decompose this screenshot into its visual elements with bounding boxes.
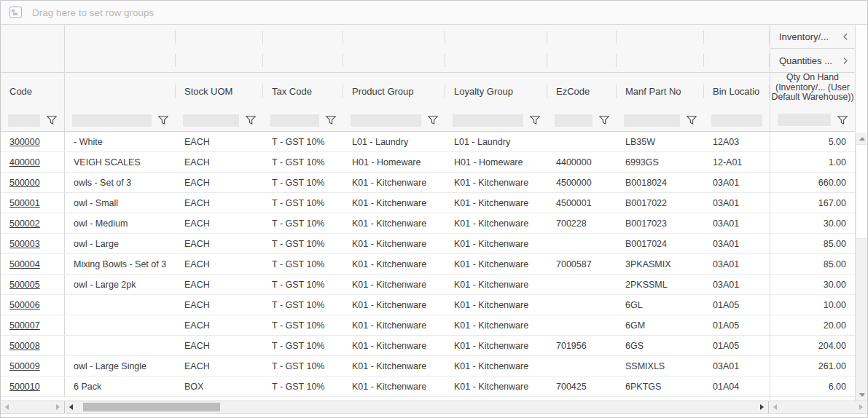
code-link[interactable]: 500009 xyxy=(9,361,40,371)
scroll-right-arrow[interactable] xyxy=(756,404,768,410)
cell-loyalty_group: K01 - Kitchenware xyxy=(445,336,547,355)
cell-tax_code: T - GST 10% xyxy=(263,376,343,396)
pinned-left-horizontal-scrollbar[interactable] xyxy=(1,401,65,413)
code-link[interactable]: 500004 xyxy=(9,259,40,269)
cell-stock_uom: EACH xyxy=(176,336,263,355)
code-link[interactable]: 500006 xyxy=(9,300,40,310)
cell-bin_location: 03A01 xyxy=(704,254,770,274)
cell-bin_location: 01A05 xyxy=(704,336,770,355)
cell-tax_code: T - GST 10% xyxy=(263,356,343,376)
cell-bin_location: 03A01 xyxy=(704,275,770,294)
group-header-inventory[interactable]: Inventory/... xyxy=(770,25,855,49)
filter-input-bin_location[interactable] xyxy=(711,114,762,127)
cell-bin_location: 12-A01 xyxy=(704,152,770,172)
vertical-scrollbar[interactable] xyxy=(856,133,868,401)
code-link[interactable]: 500008 xyxy=(9,341,40,351)
funnel-icon[interactable] xyxy=(47,116,57,125)
code-link[interactable]: 500000 xyxy=(9,178,40,188)
right-triangle-icon xyxy=(760,404,764,410)
collapse-chevron-left-icon[interactable] xyxy=(842,33,848,41)
column-header-stock_uom[interactable]: Stock UOM xyxy=(176,73,263,109)
column-header-tax_code[interactable]: Tax Code xyxy=(263,73,343,109)
filter-input-code[interactable] xyxy=(8,114,40,127)
cell-bin_location: 03A01 xyxy=(704,193,770,213)
column-header-loyalty_group[interactable]: Loyalty Group xyxy=(445,73,547,109)
table-row: 5000106 PackBOXT - GST 10%K01 - Kitchenw… xyxy=(1,376,770,397)
group-header-cell xyxy=(547,25,617,49)
group-header-cell xyxy=(704,49,770,72)
code-link[interactable]: 500002 xyxy=(9,218,40,229)
expand-chevron-right-icon[interactable] xyxy=(842,57,848,65)
filter-input-manf_part_no[interactable] xyxy=(624,114,680,127)
group-header-cell xyxy=(617,49,704,72)
cell-manf_part_no: B0018024 xyxy=(617,173,704,192)
cell-description: - White xyxy=(65,132,176,151)
code-link[interactable]: 500010 xyxy=(9,382,40,392)
column-group-row-2 xyxy=(1,49,770,73)
column-header-bin_location[interactable]: Bin Locatio xyxy=(704,73,770,109)
cell-description: VEIGH SCALES xyxy=(65,152,176,172)
horizontal-scrollbar-thumb[interactable] xyxy=(83,403,220,411)
cell-manf_part_no: B0017024 xyxy=(617,234,704,253)
main-horizontal-scrollbar[interactable] xyxy=(65,401,768,413)
filter-input-product_group[interactable] xyxy=(351,114,421,127)
funnel-icon[interactable] xyxy=(246,116,256,125)
code-link[interactable]: 500005 xyxy=(9,280,40,290)
column-header-product_group[interactable]: Product Group xyxy=(343,73,445,109)
funnel-icon[interactable] xyxy=(837,116,848,125)
pinned-right-section: Inventory/... Quantities ... Qty On Hand… xyxy=(770,25,855,401)
scroll-right-arrow-disabled[interactable] xyxy=(855,404,867,410)
cell-ezcode: 700425 xyxy=(547,376,617,396)
funnel-icon[interactable] xyxy=(428,116,438,125)
scroll-left-arrow-disabled[interactable] xyxy=(769,404,781,410)
group-header-cell xyxy=(65,25,176,49)
scroll-left-arrow-disabled[interactable] xyxy=(1,404,13,410)
code-link[interactable]: 500001 xyxy=(9,198,40,208)
vertical-scrollbar-track[interactable] xyxy=(856,239,868,389)
funnel-icon[interactable] xyxy=(326,116,336,125)
table-row: 500000owls - Set of 3EACHT - GST 10%K01 … xyxy=(1,173,770,193)
column-header-description[interactable] xyxy=(65,73,176,109)
row-group-drop-panel[interactable]: Drag here to set row groups xyxy=(1,1,867,25)
scroll-down-arrow[interactable] xyxy=(856,389,868,401)
group-header-quantities[interactable]: Quantities ... xyxy=(770,49,855,73)
column-header-manf_part_no[interactable]: Manf Part No xyxy=(617,73,704,109)
cell-loyalty_group: K01 - Kitchenware xyxy=(445,356,547,376)
group-header-cell xyxy=(445,25,547,49)
column-header-label: Tax Code xyxy=(272,86,312,97)
table-row: 500004Mixing Bowls - Set of 3EACHT - GST… xyxy=(1,254,770,275)
scroll-left-arrow[interactable] xyxy=(65,404,77,410)
cell-product_group: K01 - Kitchenware xyxy=(343,234,445,253)
scroll-right-arrow-disabled[interactable] xyxy=(52,404,64,410)
column-header-label: EzCode xyxy=(556,86,590,97)
scroll-up-arrow[interactable] xyxy=(856,133,868,144)
funnel-icon[interactable] xyxy=(599,116,609,125)
qty-on-hand-cells: 5.001.00660.00167.0030.0085.0085.0030.00… xyxy=(770,132,855,397)
filter-input-description[interactable] xyxy=(72,114,152,127)
filter-input-ezcode[interactable] xyxy=(555,114,593,127)
filter-input-tax_code[interactable] xyxy=(270,114,319,127)
filter-row xyxy=(1,109,770,132)
column-header-code[interactable]: Code xyxy=(1,73,65,109)
code-link[interactable]: 500007 xyxy=(9,320,40,331)
funnel-icon[interactable] xyxy=(687,116,697,125)
code-link[interactable]: 400000 xyxy=(9,157,40,167)
qty-on-hand-filter-input[interactable] xyxy=(778,114,831,126)
cell-qty-on-hand: 30.00 xyxy=(770,275,855,295)
vertical-scrollbar-spacer xyxy=(856,25,868,133)
cell-code: 500001 xyxy=(1,193,65,213)
vertical-scrollbar-thumb[interactable] xyxy=(856,144,868,239)
group-header-inventory-label: Inventory/... xyxy=(779,31,842,42)
funnel-icon[interactable] xyxy=(158,116,168,125)
filter-input-loyalty_group[interactable] xyxy=(453,114,523,127)
funnel-icon[interactable] xyxy=(530,116,540,125)
code-link[interactable]: 500003 xyxy=(9,239,40,249)
column-header-ezcode[interactable]: EzCode xyxy=(547,73,617,109)
qty-on-hand-column-header[interactable]: Qty On Hand (Inventory/... (User Default… xyxy=(770,73,855,109)
group-header-cell xyxy=(65,49,176,72)
filter-input-stock_uom[interactable] xyxy=(183,114,239,127)
cell-description: 6 Pack xyxy=(65,376,176,396)
pinned-right-horizontal-scrollbar[interactable] xyxy=(768,401,867,413)
code-link[interactable]: 300000 xyxy=(9,137,40,147)
table-row: 500009owl - Large SingleEACHT - GST 10%K… xyxy=(1,356,770,376)
